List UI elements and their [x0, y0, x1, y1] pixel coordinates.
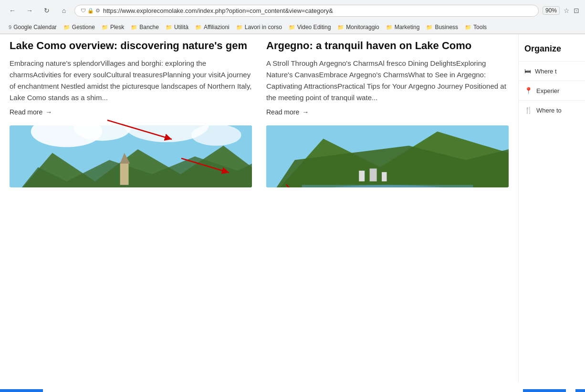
- bookmark-tools[interactable]: 📁 Tools: [462, 23, 490, 31]
- url-input[interactable]: [103, 7, 533, 14]
- bookmark-label: Business: [435, 24, 458, 31]
- bottom-segment-1: [0, 389, 43, 392]
- zoom-level[interactable]: 90%: [543, 6, 560, 15]
- sidebar-item-label-where-sleep: Where t: [535, 68, 557, 75]
- bookmark-label: Video Editing: [297, 24, 331, 31]
- bookmark-label: Lavori in corso: [245, 24, 282, 31]
- bookmark-plesk[interactable]: 📁 Plesk: [99, 23, 127, 31]
- folder-icon: 📁: [131, 24, 137, 31]
- arrow-icon: →: [302, 108, 309, 116]
- bottom-segment-3: [575, 389, 585, 392]
- bookmark-monitoraggio[interactable]: 📁 Monitoraggio: [334, 23, 382, 31]
- bookmark-gestione[interactable]: 📁 Gestione: [61, 23, 98, 31]
- bottom-bar: [0, 389, 585, 392]
- article-image-argegno: [266, 125, 509, 187]
- shield-icon: 🛡: [81, 8, 86, 14]
- bookmark-label: Monitoraggio: [346, 24, 379, 31]
- read-more-argegno[interactable]: Read more →: [266, 108, 309, 116]
- bookmark-utilita[interactable]: 📁 Utilità: [163, 23, 191, 31]
- article-image-lake-como: [10, 125, 252, 187]
- bookmark-star-icon[interactable]: ☆: [564, 7, 570, 14]
- folder-icon: 📁: [195, 24, 202, 31]
- bookmark-label: Tools: [473, 24, 487, 31]
- main-area: Lake Como overview: discovering nature's…: [0, 34, 518, 382]
- home-button[interactable]: ⌂: [57, 4, 71, 17]
- bookmark-business[interactable]: 📁 Business: [423, 23, 461, 31]
- article-excerpt-argegno: A Stroll Through Argegno's CharmsAl fres…: [266, 58, 509, 103]
- arrow-icon: →: [45, 108, 52, 116]
- read-more-lake-como[interactable]: Read more →: [10, 108, 52, 116]
- svg-rect-19: [302, 185, 473, 187]
- bookmark-label: Affiliazioni: [204, 24, 230, 31]
- bookmark-lavori[interactable]: 📁 Lavori in corso: [233, 23, 285, 31]
- bookmark-google-calendar[interactable]: 9 Google Calendar: [6, 23, 60, 31]
- svg-rect-21: [370, 168, 377, 181]
- bookmark-label: Gestione: [72, 24, 95, 31]
- tune-icon: ⚙: [95, 8, 100, 14]
- sidebar-item-where-sleep[interactable]: 🛏 Where t: [519, 61, 585, 81]
- svg-rect-13: [120, 164, 129, 185]
- svg-rect-22: [382, 172, 387, 181]
- folder-icon: 📁: [465, 24, 471, 31]
- fork-knife-icon: 🍴: [524, 106, 533, 114]
- sidebar-item-label-where-eat: Where to: [536, 107, 562, 114]
- article-card-lake-como: Lake Como overview: discovering nature's…: [10, 39, 252, 116]
- bookmark-marketing[interactable]: 📁 Marketing: [383, 23, 423, 31]
- folder-icon: 📁: [102, 24, 108, 31]
- bottom-segment-2: [523, 389, 566, 392]
- svg-rect-20: [359, 170, 365, 181]
- page-content: Lake Como overview: discovering nature's…: [0, 34, 585, 382]
- article-title-lake-como: Lake Como overview: discovering nature's…: [10, 39, 252, 53]
- folder-icon: 📁: [386, 24, 393, 31]
- read-more-label: Read more: [10, 108, 42, 116]
- bookmark-label: Utilità: [174, 24, 188, 31]
- articles-wrapper: Lake Como overview: discovering nature's…: [10, 39, 509, 187]
- refresh-button[interactable]: ↻: [40, 4, 53, 17]
- marker-icon: 📍: [524, 87, 533, 94]
- sidebar-title: Organize: [519, 39, 585, 61]
- bookmark-label: Google Calendar: [13, 24, 57, 31]
- back-button[interactable]: ←: [6, 4, 19, 17]
- articles-grid: Lake Como overview: discovering nature's…: [10, 39, 509, 187]
- bookmark-label: Plesk: [110, 24, 124, 31]
- folder-icon: 📁: [63, 24, 70, 31]
- bottom-segment-gap: [43, 389, 523, 392]
- folder-icon: 📁: [337, 24, 344, 31]
- folder-icon: 📁: [166, 24, 172, 31]
- bookmark-affiliazioni[interactable]: 📁 Affiliazioni: [192, 23, 232, 31]
- right-sidebar: Organize 🛏 Where t 📍 Experier 🍴 Where to: [518, 34, 585, 382]
- bookmark-label: Banche: [139, 24, 159, 31]
- sidebar-item-label-experiences: Experier: [536, 87, 559, 94]
- address-bar[interactable]: 🛡 🔒 ⚙: [74, 5, 539, 17]
- lock-icon: 🔒: [87, 8, 94, 14]
- read-more-label: Read more: [266, 108, 299, 116]
- bed-icon: 🛏: [524, 67, 531, 75]
- bookmark-video-editing[interactable]: 📁 Video Editing: [286, 23, 334, 31]
- bookmark-banche[interactable]: 📁 Banche: [128, 23, 162, 31]
- security-icons: 🛡 🔒 ⚙: [81, 8, 100, 14]
- folder-icon: 📁: [289, 24, 295, 31]
- bookmarks-bar: 9 Google Calendar 📁 Gestione 📁 Plesk 📁 B…: [0, 21, 585, 34]
- article-card-argegno: Argegno: a tranquil haven on Lake Como A…: [266, 39, 509, 116]
- folder-icon: 📁: [236, 24, 243, 31]
- calendar-icon: 9: [9, 24, 11, 30]
- sidebar-item-experiences[interactable]: 📍 Experier: [519, 81, 585, 100]
- article-excerpt-lake-como: Embracing nature's splendorVillages and …: [10, 58, 252, 103]
- browser-toolbar: ← → ↻ ⌂ 🛡 🔒 ⚙ 90% ☆ ⊡: [0, 0, 585, 21]
- browser-chrome: ← → ↻ ⌂ 🛡 🔒 ⚙ 90% ☆ ⊡ 9 Google Calendar …: [0, 0, 585, 34]
- article-title-argegno: Argegno: a tranquil haven on Lake Como: [266, 39, 509, 53]
- bookmark-label: Marketing: [395, 24, 420, 31]
- extension-icon[interactable]: ⊡: [574, 7, 579, 14]
- forward-button[interactable]: →: [23, 4, 36, 17]
- folder-icon: 📁: [426, 24, 433, 31]
- sidebar-item-where-eat[interactable]: 🍴 Where to: [519, 100, 585, 120]
